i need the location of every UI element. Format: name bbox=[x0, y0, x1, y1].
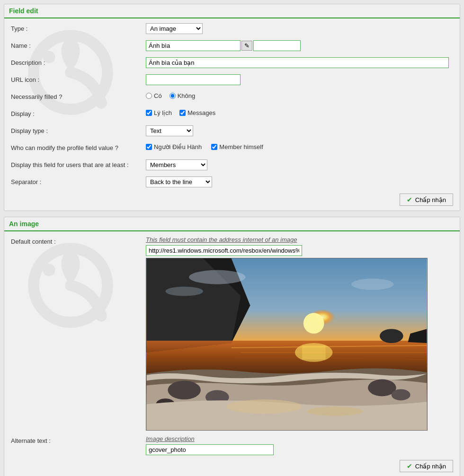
svg-rect-12 bbox=[302, 345, 326, 360]
svg-point-22 bbox=[351, 279, 394, 290]
image-url-input[interactable] bbox=[146, 245, 302, 256]
radio-co-label[interactable]: Có bbox=[146, 92, 162, 99]
alt-content: Image description bbox=[146, 435, 453, 455]
chap-nhan-button-1[interactable]: ✔ Chấp nhận bbox=[400, 194, 453, 206]
display-label: Display : bbox=[11, 108, 146, 117]
an-image-title: An image bbox=[4, 217, 460, 231]
display-type-control: Text bbox=[146, 125, 453, 136]
radio-khong-label[interactable]: Không bbox=[170, 92, 196, 99]
beach-svg bbox=[146, 258, 427, 430]
url-icon-row: URL icon : bbox=[11, 74, 453, 87]
who-modify-control: Người Điều Hành Member himself bbox=[146, 142, 453, 150]
description-label: Description : bbox=[11, 57, 146, 66]
alt-text-row: Alternate text : Image description bbox=[11, 435, 453, 455]
svg-point-18 bbox=[227, 399, 302, 414]
display-users-row: Display this field for users that are at… bbox=[11, 159, 453, 172]
check-icon-1: ✔ bbox=[407, 196, 412, 203]
chap-nhan-button-2[interactable]: ✔ Chấp nhận bbox=[400, 460, 453, 472]
separator-select[interactable]: Back to the line bbox=[146, 176, 212, 187]
check-messages-label[interactable]: Messages bbox=[179, 109, 215, 116]
name-icon-button[interactable]: ✎ bbox=[241, 41, 252, 51]
check-ly-lich[interactable] bbox=[146, 110, 152, 116]
who-modify-row: Who can modify the profile field value ?… bbox=[11, 142, 453, 155]
type-select[interactable]: An image bbox=[146, 23, 203, 34]
image-desc-label: Image description bbox=[146, 435, 453, 442]
chap-nhan-label-2: Chấp nhận bbox=[415, 463, 446, 470]
image-info: This field must contain the address inte… bbox=[146, 236, 453, 431]
alt-input[interactable] bbox=[146, 444, 274, 455]
members-select[interactable]: Members bbox=[146, 159, 207, 170]
check-nguoi-dieu-hanh-label[interactable]: Người Điều Hành bbox=[146, 143, 202, 150]
chap-nhan-label-1: Chấp nhận bbox=[415, 196, 446, 203]
name-control: ✎ bbox=[146, 40, 453, 51]
field-edit-title: Field edit bbox=[4, 4, 460, 18]
display-row: Display : Lý lịch Messages bbox=[11, 108, 453, 121]
svg-point-21 bbox=[189, 270, 245, 284]
default-content-row: Default content : This field must contai… bbox=[11, 236, 453, 431]
display-type-select[interactable]: Text bbox=[146, 125, 193, 136]
svg-point-23 bbox=[165, 287, 203, 296]
separator-label: Separator : bbox=[11, 176, 146, 185]
url-icon-input[interactable] bbox=[146, 74, 241, 85]
display-control: Lý lịch Messages bbox=[146, 108, 453, 116]
name-label: Name : bbox=[11, 40, 146, 49]
necessarily-filled-control: Có Không bbox=[146, 91, 453, 99]
check-member-himself-label[interactable]: Member himself bbox=[211, 143, 263, 150]
type-control: An image bbox=[146, 23, 453, 34]
url-icon-control bbox=[146, 74, 453, 85]
display-users-control: Members bbox=[146, 159, 453, 170]
type-row: Type : An image bbox=[11, 23, 453, 35]
necessarily-filled-row: Necessarily filled ? Có Không bbox=[11, 91, 453, 104]
submit-row-1: ✔ Chấp nhận bbox=[11, 194, 453, 206]
beach-image bbox=[146, 258, 428, 431]
separator-control: Back to the line bbox=[146, 176, 453, 187]
url-icon-label: URL icon : bbox=[11, 74, 146, 83]
check-icon-2: ✔ bbox=[407, 462, 412, 470]
check-nguoi-dieu-hanh[interactable] bbox=[146, 144, 152, 150]
name-extra-input[interactable] bbox=[253, 40, 301, 51]
display-type-row: Display type : Text bbox=[11, 125, 453, 138]
default-content-label: Default content : bbox=[11, 236, 146, 245]
check-messages[interactable] bbox=[179, 110, 186, 116]
submit-row-2: ✔ Chấp nhận bbox=[11, 460, 453, 472]
who-modify-label: Who can modify the profile field value ? bbox=[11, 142, 146, 151]
an-image-panel: An image Default content : This field mu… bbox=[4, 217, 460, 476]
alt-text-label: Alternate text : bbox=[11, 435, 146, 444]
display-users-label: Display this field for users that are at… bbox=[11, 159, 146, 168]
separator-row: Separator : Back to the line bbox=[11, 176, 453, 189]
check-member-himself[interactable] bbox=[211, 144, 217, 150]
name-input[interactable] bbox=[146, 40, 241, 51]
svg-point-20 bbox=[380, 329, 403, 343]
name-row: Name : ✎ bbox=[11, 40, 453, 53]
description-control bbox=[146, 57, 453, 68]
description-row: Description : bbox=[11, 57, 453, 70]
svg-point-17 bbox=[392, 389, 410, 400]
description-input[interactable] bbox=[146, 57, 449, 68]
type-label: Type : bbox=[11, 23, 146, 32]
field-edit-panel: Field edit Type : An image Name : bbox=[4, 4, 460, 211]
check-ly-lich-label[interactable]: Lý lịch bbox=[146, 109, 172, 116]
svg-point-19 bbox=[307, 406, 363, 416]
field-note: This field must contain the address inte… bbox=[146, 236, 453, 243]
necessarily-filled-label: Necessarily filled ? bbox=[11, 91, 146, 100]
radio-khong[interactable] bbox=[170, 93, 176, 99]
svg-point-13 bbox=[168, 381, 201, 400]
display-type-label: Display type : bbox=[11, 125, 146, 134]
edit-icon: ✎ bbox=[244, 42, 250, 49]
radio-co[interactable] bbox=[146, 93, 152, 99]
svg-point-6 bbox=[303, 313, 324, 334]
